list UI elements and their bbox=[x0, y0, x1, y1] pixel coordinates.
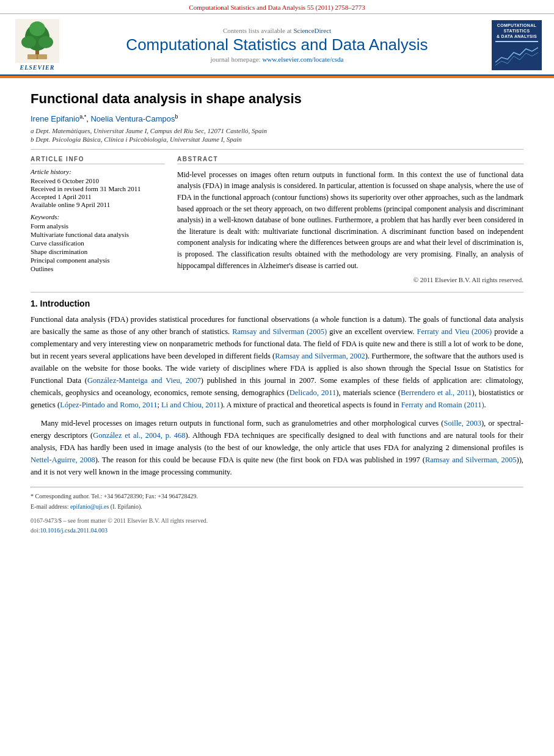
ref-ramsay2005b[interactable]: Ramsay and Silverman, 2005 bbox=[425, 456, 517, 464]
footnote-star: * Corresponding author. Tel.: +34 964728… bbox=[31, 492, 523, 501]
elsevier-label: ELSEVIER bbox=[20, 64, 55, 71]
affil-b: b Dept. Psicologia Bàsica, Clínica i Psi… bbox=[31, 136, 523, 143]
svg-rect-8 bbox=[495, 44, 538, 67]
introduction-section: 1. Introduction Functional data analysis… bbox=[31, 299, 523, 478]
paper-content: Functional data analysis in shape analys… bbox=[0, 78, 554, 548]
affiliations: a Dept. Matemàtiques, Universitat Jaume … bbox=[31, 127, 523, 143]
keyword-1: Form analysis bbox=[31, 222, 165, 230]
ref-li2011[interactable]: Li and Chiou, 2011 bbox=[161, 401, 221, 409]
revised-date: Received in revised form 31 March 2011 bbox=[31, 185, 165, 192]
history-label: Article history: bbox=[31, 168, 165, 175]
journal-header-center: Contents lists available at ScienceDirec… bbox=[65, 27, 489, 63]
keywords-section: Keywords: Form analysis Multivariate fun… bbox=[31, 213, 165, 272]
abstract-text: Mid-level processes on images often retu… bbox=[177, 169, 523, 271]
received-date: Received 6 October 2010 bbox=[31, 177, 165, 184]
elsevier-logo-container: ELSEVIER bbox=[10, 19, 65, 71]
journal-cover-container: COMPUTATIONAL STATISTICS & DATA ANALYSIS bbox=[489, 20, 544, 70]
authors-line: Irene Epifanioa,*, Noelia Ventura-Campos… bbox=[31, 114, 523, 123]
journal-cover: COMPUTATIONAL STATISTICS & DATA ANALYSIS bbox=[492, 20, 542, 70]
elsevier-tree-icon bbox=[15, 19, 59, 63]
svg-point-5 bbox=[29, 21, 45, 36]
intro-para2: Many mid-level processes on images retur… bbox=[31, 417, 523, 478]
article-info-header: ARTICLE INFO bbox=[31, 156, 165, 164]
issn-line: 0167-9473/$ – see front matter © 2011 El… bbox=[31, 516, 523, 526]
cover-title: COMPUTATIONAL STATISTICS & DATA ANALYSIS bbox=[497, 23, 537, 39]
ref-nettel2008[interactable]: Nettel-Aguirre, 2008 bbox=[31, 456, 95, 464]
ref-gonzalez2004[interactable]: González et al., 2004, p. 468 bbox=[93, 431, 185, 440]
elsevier-logo: ELSEVIER bbox=[10, 19, 65, 71]
author1-link[interactable]: Irene Epifanio bbox=[31, 114, 79, 123]
cover-chart-icon bbox=[495, 44, 538, 67]
ref-soille2003[interactable]: Soille, 2003 bbox=[443, 419, 481, 427]
author2-link[interactable]: Noelia Ventura-Campos bbox=[90, 114, 175, 123]
article-info-abstract: ARTICLE INFO Article history: Received 6… bbox=[31, 156, 523, 283]
ref-ferraty2006[interactable]: Ferraty and Vieu (2006) bbox=[417, 327, 492, 336]
keywords-label: Keywords: bbox=[31, 213, 165, 220]
ref-ramsay2005[interactable]: Ramsay and Silverman (2005) bbox=[232, 327, 327, 336]
intro-para1: Functional data analysis (FDA) provides … bbox=[31, 313, 523, 411]
sciencedirect-text: Contents lists available at ScienceDirec… bbox=[65, 27, 489, 34]
keyword-2: Multivariate functional data analysis bbox=[31, 231, 165, 238]
ref-gonzalez2007[interactable]: González-Manteiga and Vieu, 2007 bbox=[87, 376, 201, 385]
affil-a: a Dept. Matemàtiques, Universitat Jaume … bbox=[31, 127, 523, 134]
doi-link[interactable]: 10.1016/j.csda.2011.04.003 bbox=[40, 527, 108, 534]
online-date: Available online 9 April 2011 bbox=[31, 201, 165, 208]
article-info: ARTICLE INFO Article history: Received 6… bbox=[31, 156, 165, 283]
keyword-5: Principal component analysis bbox=[31, 256, 165, 264]
abstract-section: ABSTRACT Mid-level processes on images o… bbox=[177, 156, 523, 283]
paper-title: Functional data analysis in shape analys… bbox=[31, 90, 523, 107]
ref-ramsay2002[interactable]: Ramsay and Silverman, 2002 bbox=[275, 352, 365, 360]
journal-header: ELSEVIER Contents lists available at Sci… bbox=[0, 14, 554, 76]
abstract-header: ABSTRACT bbox=[177, 156, 523, 164]
footnote-email: E-mail address: epifanio@uji.es (I. Epif… bbox=[31, 502, 523, 511]
accepted-date: Accepted 1 April 2011 bbox=[31, 193, 165, 200]
keyword-3: Curve classification bbox=[31, 239, 165, 247]
ref-ferraty-romain[interactable]: Ferraty and Romain (2011) bbox=[401, 401, 484, 409]
section-title: 1. Introduction bbox=[31, 299, 523, 308]
top-bar: Computational Statistics and Data Analys… bbox=[0, 0, 554, 14]
keyword-4: Shape discrimination bbox=[31, 248, 165, 255]
ref-delicado2011[interactable]: Delicado, 2011 bbox=[290, 388, 337, 397]
doi-line: doi:10.1016/j.csda.2011.04.003 bbox=[31, 526, 523, 536]
copyright-line: © 2011 Elsevier B.V. All rights reserved… bbox=[177, 276, 523, 283]
journal-title: Computational Statistics and Data Analys… bbox=[65, 35, 489, 54]
divider-1 bbox=[31, 149, 523, 150]
journal-citation: Computational Statistics and Data Analys… bbox=[189, 4, 365, 11]
keyword-6: Outlines bbox=[31, 265, 165, 272]
cover-divider bbox=[495, 41, 538, 42]
svg-point-4 bbox=[38, 36, 53, 48]
author1-sup: a,* bbox=[79, 114, 86, 120]
footnote-divider bbox=[31, 487, 523, 488]
svg-point-3 bbox=[21, 36, 36, 48]
journal-homepage: journal homepage: www.elsevier.com/locat… bbox=[65, 56, 489, 63]
author2-sup: b bbox=[175, 114, 178, 120]
cover-image bbox=[495, 44, 538, 67]
sciencedirect-link[interactable]: ScienceDirect bbox=[293, 27, 331, 34]
divider-2 bbox=[31, 292, 523, 293]
homepage-link[interactable]: www.elsevier.com/locate/csda bbox=[262, 56, 343, 63]
ref-berrendero2011[interactable]: Berrendero et al., 2011 bbox=[401, 388, 472, 397]
bottom-info: 0167-9473/$ – see front matter © 2011 El… bbox=[31, 516, 523, 536]
email-link[interactable]: epifanio@uji.es bbox=[70, 503, 109, 510]
ref-lopez2011[interactable]: López-Pintado and Romo, 2011 bbox=[60, 401, 157, 409]
